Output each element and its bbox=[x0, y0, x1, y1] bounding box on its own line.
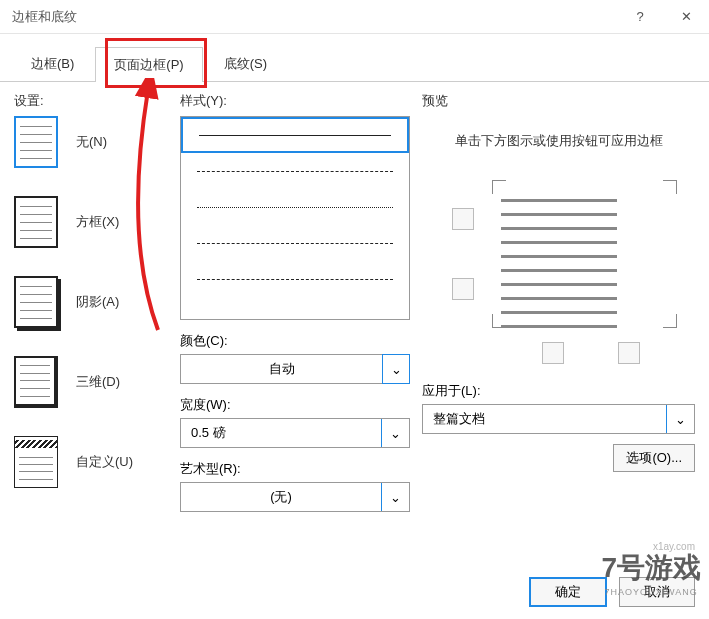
dialog-title: 边框和底纹 bbox=[0, 8, 617, 26]
setting-box[interactable]: 方框(X) bbox=[14, 196, 174, 248]
help-button[interactable]: ? bbox=[617, 0, 663, 34]
options-button[interactable]: 选项(O)... bbox=[613, 444, 695, 472]
edge-left-button[interactable] bbox=[542, 342, 564, 364]
edge-top-button[interactable] bbox=[452, 208, 474, 230]
close-button[interactable]: ✕ bbox=[663, 0, 709, 34]
tab-border[interactable]: 边框(B) bbox=[12, 46, 93, 81]
preview-hint: 单击下方图示或使用按钮可应用边框 bbox=[428, 132, 689, 150]
edge-bottom-button[interactable] bbox=[452, 278, 474, 300]
preview-area bbox=[422, 168, 695, 358]
tab-shading[interactable]: 底纹(S) bbox=[205, 46, 286, 81]
edge-right-button[interactable] bbox=[618, 342, 640, 364]
cancel-button[interactable]: 取消 bbox=[619, 577, 695, 607]
style-list[interactable] bbox=[180, 116, 410, 320]
style-label: 样式(Y): bbox=[180, 92, 410, 110]
width-label: 宽度(W): bbox=[180, 396, 410, 414]
settings-label: 设置: bbox=[14, 92, 174, 110]
color-dropdown[interactable]: 自动 ⌄ bbox=[180, 354, 410, 384]
preview-label: 预览 bbox=[422, 92, 695, 110]
chevron-down-icon: ⌄ bbox=[381, 483, 409, 511]
apply-label: 应用于(L): bbox=[422, 382, 695, 400]
setting-3d[interactable]: 三维(D) bbox=[14, 356, 174, 408]
art-dropdown[interactable]: (无) ⌄ bbox=[180, 482, 410, 512]
tab-page-border[interactable]: 页面边框(P) bbox=[95, 47, 202, 82]
chevron-down-icon: ⌄ bbox=[382, 354, 410, 384]
apply-dropdown[interactable]: 整篇文档 ⌄ bbox=[422, 404, 695, 434]
width-dropdown[interactable]: 0.5 磅 ⌄ bbox=[180, 418, 410, 448]
art-label: 艺术型(R): bbox=[180, 460, 410, 478]
chevron-down-icon: ⌄ bbox=[666, 405, 694, 433]
color-label: 颜色(C): bbox=[180, 332, 410, 350]
setting-custom[interactable]: 自定义(U) bbox=[14, 436, 174, 488]
ok-button[interactable]: 确定 bbox=[529, 577, 607, 607]
setting-none[interactable]: 无(N) bbox=[14, 116, 174, 168]
setting-shadow[interactable]: 阴影(A) bbox=[14, 276, 174, 328]
chevron-down-icon: ⌄ bbox=[381, 419, 409, 447]
